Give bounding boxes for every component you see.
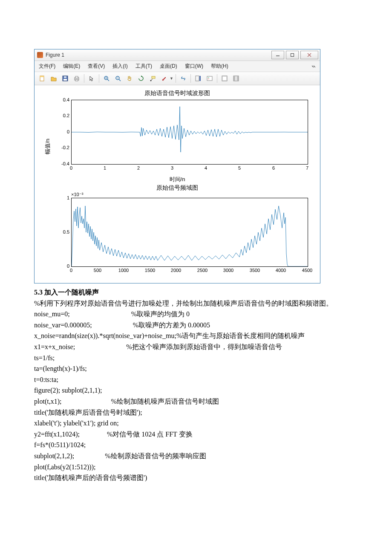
doc-line: t=0:ts:ta; (34, 374, 358, 385)
doc-line: x_noise=randn(size(x)).*sqrt(noise_var)+… (34, 330, 358, 341)
data-cursor-icon[interactable] (147, 73, 158, 84)
chart2-xtick: 2500 (197, 268, 208, 273)
svg-rect-11 (75, 80, 78, 81)
chart1-xtick: 3 (171, 165, 173, 171)
chart1-xtick: 1 (104, 165, 106, 171)
doc-line: plot(f,abs(y2(1:512))); (34, 462, 358, 473)
doc-line: xlabel('t'); ylabel('x1'); grid on; (34, 418, 358, 429)
restore-button[interactable] (286, 51, 299, 59)
pointer-icon[interactable] (86, 73, 97, 84)
menu-insert[interactable]: 插入(I) (112, 63, 127, 70)
svg-point-20 (150, 80, 152, 81)
menu-window[interactable]: 窗口(W) (185, 63, 203, 70)
menu-file[interactable]: 文件(F) (39, 63, 55, 70)
chart1-ytick: 0.2 (57, 113, 69, 118)
chart2-axes[interactable] (71, 198, 308, 267)
save-icon[interactable] (60, 73, 70, 84)
hide-plot-tools-icon[interactable] (219, 73, 230, 84)
svg-rect-10 (75, 76, 78, 78)
chart2-xtick: 4000 (276, 268, 286, 273)
svg-rect-29 (233, 76, 235, 81)
brush-icon[interactable] (159, 73, 169, 84)
chart2: ×10⁻³ 1 0.5 0 0 500 1000 1500 2000 2500 … (38, 193, 317, 278)
section-heading: 5.3 加入一个随机噪声 (34, 287, 358, 298)
print-icon[interactable] (72, 73, 82, 84)
chart2-xtick: 4500 (302, 268, 312, 273)
chart2-ytick: 0 (57, 263, 69, 269)
doc-line: title('加随机噪声后的语音信号频谱图') (34, 472, 358, 483)
chart1-ylabel: 幅值/n (44, 139, 52, 154)
chart1-xtick: 0 (70, 165, 72, 171)
svg-rect-8 (64, 76, 66, 78)
toolbar: ▼ (35, 72, 320, 85)
svg-rect-30 (237, 76, 239, 81)
chart1-title: 原始语音信号时域波形图 (38, 90, 317, 97)
link-icon[interactable] (178, 73, 188, 84)
doc-line: %利用下列程序对原始语音信号进行加噪处理，并绘制出加随机噪声后语音信号的时域图和… (34, 298, 358, 309)
chart1-xtick: 5 (238, 165, 241, 171)
doc-line: ts=1/fs; (34, 353, 358, 364)
svg-rect-23 (207, 76, 212, 81)
new-file-icon[interactable] (37, 73, 47, 84)
doc-line: noise_mu=0; %取噪声的均值为 0 (34, 309, 358, 320)
menu-edit[interactable]: 编辑(E) (63, 63, 80, 70)
menu-help[interactable]: 帮助(H) (211, 63, 228, 70)
chart1-ytick: 0 (57, 129, 69, 134)
document-body: 5.3 加入一个随机噪声 %利用下列程序对原始语音信号进行加噪处理，并绘制出加随… (34, 287, 358, 483)
window-titlebar[interactable]: Figure 1 (35, 49, 320, 61)
menu-tools[interactable]: 工具(T) (135, 63, 152, 70)
figure-window: Figure 1 文件(F) 编辑(E) 查看(V) 插入(I) 工具(T) 桌… (34, 49, 320, 283)
pan-icon[interactable] (124, 73, 135, 84)
open-icon[interactable] (49, 73, 59, 84)
menu-desktop[interactable]: 桌面(D) (160, 63, 177, 70)
colorbar-icon[interactable] (193, 73, 203, 84)
chart2-xtick: 3500 (250, 268, 260, 273)
menubar: 文件(F) 编辑(E) 查看(V) 插入(I) 工具(T) 桌面(D) 窗口(W… (35, 61, 320, 72)
chart2-xtick: 1500 (145, 268, 155, 273)
svg-line-17 (119, 79, 121, 81)
zoom-in-icon[interactable] (101, 73, 112, 84)
chart1-xtick: 7 (306, 165, 308, 171)
doc-line: title('加随机噪声后语音信号时域图'); (34, 407, 358, 418)
doc-line: noise_var=0.000005; %取噪声的方差为 0.00005 (34, 320, 358, 331)
doc-line: figure(2); subplot(2,1,1); (34, 385, 358, 396)
close-button[interactable] (300, 51, 318, 59)
legend-icon[interactable] (205, 73, 215, 84)
doc-line: y2=fft(x1,1024); %对信号做 1024 点 FFT 变换 (34, 429, 358, 440)
matlab-app-icon (37, 52, 43, 58)
chart2-xtick: 3000 (223, 268, 233, 273)
chart1-axes[interactable] (71, 100, 308, 165)
svg-rect-27 (223, 77, 226, 80)
doc-line: plot(t,x1); %绘制加随机噪声后语音信号时域图 (34, 396, 358, 407)
chart2-ytick: 0.5 (57, 229, 69, 234)
window-title: Figure 1 (46, 52, 64, 58)
chart1-xtick: 4 (205, 165, 207, 171)
doc-line: subplot(2,1,2); %绘制原始语音信号的频率响应图 (34, 451, 358, 462)
minimize-button[interactable] (271, 51, 284, 59)
brush-dropdown-icon[interactable]: ▼ (170, 76, 173, 81)
svg-rect-19 (152, 76, 155, 78)
doc-line: x1=x+x_noise; %把这个噪声添加到原始语音中，得到加噪语音信号 (34, 341, 358, 353)
doc-line: ta=(length(x)-1)/fs; (34, 363, 358, 374)
chart1-ytick: 0.4 (57, 97, 69, 102)
chart2-ytick: 1 (57, 195, 69, 200)
chart2-xtick: 500 (94, 268, 101, 273)
chart1-ytick: -0.4 (57, 161, 69, 166)
svg-rect-5 (40, 76, 44, 77)
chart2-title: 原始信号频域图 (38, 184, 317, 192)
menubar-overflow-icon[interactable] (311, 64, 316, 69)
plot-area: 原始语音信号时域波形图 幅值/n 0.4 0.2 0 -0.2 -0.4 0 1… (35, 85, 320, 283)
svg-line-13 (107, 79, 109, 81)
chart1: 幅值/n 0.4 0.2 0 -0.2 -0.4 0 1 2 3 4 5 (38, 98, 317, 175)
svg-rect-22 (199, 76, 201, 81)
zoom-out-icon[interactable] (113, 73, 123, 84)
menu-view[interactable]: 查看(V) (88, 63, 105, 70)
rotate-icon[interactable] (136, 73, 146, 84)
chart2-xtick: 2000 (171, 268, 181, 273)
show-plot-tools-icon[interactable] (231, 73, 241, 84)
chart2-y-multiplier: ×10⁻³ (71, 192, 83, 197)
chart2-xtick: 1000 (118, 268, 129, 273)
doc-line: f=fs*(0:511)/1024; (34, 439, 358, 451)
chart1-xtick: 2 (137, 165, 140, 171)
chart2-xtick: 0 (70, 268, 72, 273)
